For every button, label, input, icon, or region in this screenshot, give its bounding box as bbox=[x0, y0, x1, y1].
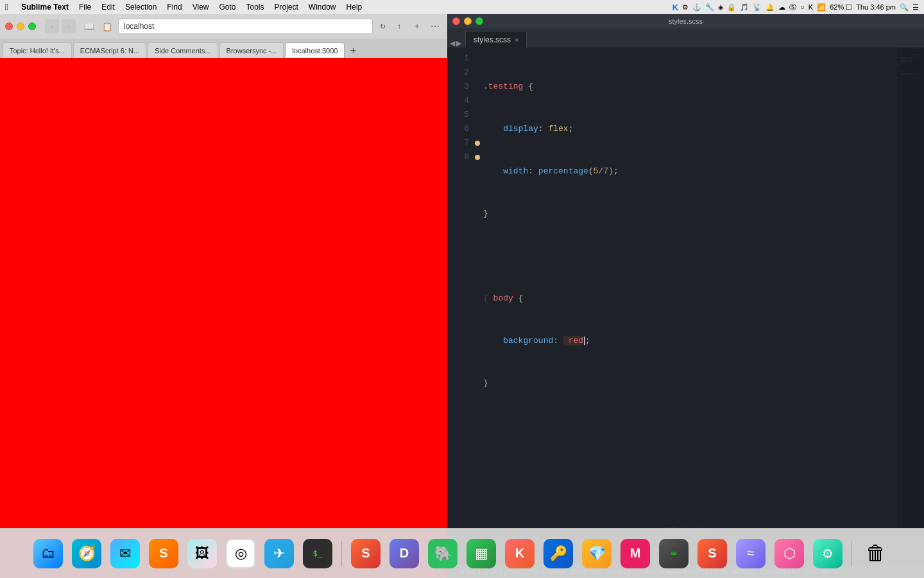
browser-tab-3[interactable]: Browsersync -... bbox=[219, 42, 284, 58]
dock-item-chrome[interactable]: ◎ bbox=[223, 536, 258, 571]
browser-tab-1[interactable]: ECMAScript 6: N... bbox=[73, 42, 146, 58]
maximize-button[interactable] bbox=[28, 22, 36, 30]
reload-button[interactable]: ↻ bbox=[377, 21, 388, 32]
battery: 62% ☐ bbox=[830, 3, 852, 12]
menu-edit[interactable]: Edit bbox=[101, 3, 115, 12]
klokki-icon: K bbox=[505, 539, 535, 568]
app-name[interactable]: Sublime Text bbox=[21, 3, 69, 12]
dock-item-sublime[interactable]: S bbox=[146, 536, 181, 571]
sublime-traffic-lights bbox=[452, 17, 483, 25]
sublime-minimize-button[interactable] bbox=[464, 17, 472, 25]
sublime-window-title: styles.scss bbox=[669, 17, 703, 25]
dock-item-trash[interactable]: 🗑 bbox=[859, 536, 893, 571]
menu-help[interactable]: Help bbox=[346, 3, 363, 12]
gutter-8 bbox=[474, 150, 481, 164]
dock-item-codekit[interactable]: ⚙ bbox=[810, 536, 845, 571]
tab-prev-icon[interactable]: ◀ bbox=[450, 39, 455, 48]
code-editor[interactable]: 1 2 3 4 5 6 7 8 .tes bbox=[447, 48, 924, 564]
reading-list-icon[interactable]: 📋 bbox=[100, 19, 114, 33]
apple-menu[interactable]:  bbox=[5, 2, 8, 12]
gutter-4 bbox=[474, 94, 481, 108]
dock-item-airmail[interactable]: ✉ bbox=[108, 536, 142, 571]
1password-icon: 🔑 bbox=[543, 539, 573, 568]
finder-icon: 🗂 bbox=[33, 539, 63, 568]
dock-item-telegram[interactable]: ✈ bbox=[262, 536, 296, 571]
sublime-tab-0[interactable]: styles.scss × bbox=[465, 31, 527, 48]
dock-item-sketch[interactable]: 💎 bbox=[579, 536, 614, 571]
dock-item-iterm[interactable]: ⌨ bbox=[656, 536, 691, 571]
code-content[interactable]: .testing { display: flex; width: percent… bbox=[481, 48, 897, 564]
new-tab-button[interactable]: + bbox=[346, 44, 360, 58]
dock-item-soulver[interactable]: ≈ bbox=[733, 536, 768, 571]
airmail-icon: ✉ bbox=[110, 539, 140, 568]
close-button[interactable] bbox=[5, 22, 13, 30]
line-num-8: 8 bbox=[464, 150, 469, 164]
menu-view[interactable]: View bbox=[193, 3, 209, 12]
tab-label-1: ECMAScript 6: N... bbox=[80, 47, 139, 55]
dock-item-evernote[interactable]: 🐘 bbox=[425, 536, 460, 571]
dock-separator-1 bbox=[341, 541, 342, 566]
evernote-icon: 🐘 bbox=[428, 539, 458, 568]
code-line-1: .testing { bbox=[483, 80, 897, 94]
share-button[interactable]: ↑ bbox=[392, 19, 406, 33]
dock: 🗂 🧭 ✉ S 🖼 ◎ ✈ $_ S D 🐘 ▦ K 🔑 💎 M bbox=[0, 528, 924, 578]
menubar:  Sublime Text File Edit Selection Find … bbox=[0, 0, 924, 14]
dock-item-marvel[interactable]: M bbox=[618, 536, 653, 571]
gutter-2 bbox=[474, 66, 481, 80]
menu-tools[interactable]: Tools bbox=[246, 3, 264, 12]
clock: Thu 3:46 pm bbox=[856, 3, 896, 11]
dock-item-dash[interactable]: D bbox=[387, 536, 422, 571]
dock-item-plasticity[interactable]: ⬡ bbox=[772, 536, 807, 571]
dock-item-1password[interactable]: 🔑 bbox=[541, 536, 576, 571]
dock-item-terminal[interactable]: $_ bbox=[300, 536, 335, 571]
line-numbers: 1 2 3 4 5 6 7 8 bbox=[447, 48, 474, 564]
soulver-icon: ≈ bbox=[736, 539, 766, 568]
icon-diamond: ◈ bbox=[718, 3, 723, 12]
forward-button[interactable]: › bbox=[62, 19, 76, 33]
safari-icon: 🧭 bbox=[72, 539, 101, 568]
code-line-5 bbox=[483, 249, 897, 263]
dock-item-finder[interactable]: 🗂 bbox=[31, 536, 65, 571]
browser-tab-2[interactable]: Side Comments... bbox=[148, 42, 218, 58]
minimize-button[interactable] bbox=[17, 22, 24, 30]
icon-music: 🎵 bbox=[740, 3, 749, 12]
menu-project[interactable]: Project bbox=[275, 3, 298, 12]
menu-selection[interactable]: Selection bbox=[125, 3, 157, 12]
bookmarks-icon[interactable]: 📖 bbox=[82, 19, 96, 33]
menu-window[interactable]: Window bbox=[309, 3, 336, 12]
gutter-3 bbox=[474, 80, 481, 94]
dock-item-numbers[interactable]: ▦ bbox=[464, 536, 499, 571]
tab-next-icon[interactable]: ▶ bbox=[456, 39, 461, 48]
dock-item-safari[interactable]: 🧭 bbox=[69, 536, 104, 571]
sublime-close-button[interactable] bbox=[452, 17, 460, 25]
code-line-4: } bbox=[483, 207, 897, 221]
dock-item-sublime-text[interactable]: S bbox=[348, 536, 383, 571]
icon-k: K bbox=[809, 3, 813, 11]
sublime-maximize-button[interactable] bbox=[475, 17, 483, 25]
menu-icon[interactable]: ☰ bbox=[912, 3, 919, 12]
more-button[interactable]: ⋯ bbox=[428, 19, 442, 33]
code-line-6: { body { bbox=[483, 292, 897, 306]
terminal-icon: $_ bbox=[303, 539, 332, 568]
search-icon[interactable]: 🔍 bbox=[900, 3, 909, 12]
icon-gear: ⚙ bbox=[682, 3, 689, 12]
code-line-3: width: percentage(5/7); bbox=[483, 164, 897, 179]
extensions-button[interactable]: + bbox=[410, 19, 424, 33]
tab-navigation: ◀ ▶ bbox=[450, 39, 461, 48]
dock-item-preview[interactable]: 🖼 bbox=[185, 536, 219, 571]
dock-item-klokki[interactable]: K bbox=[502, 536, 537, 571]
main-layout: ‹ › 📖 📋 localhost ↻ ↑ + ⋯ Topic: Hello! … bbox=[0, 14, 924, 578]
code-line-2: display: flex; bbox=[483, 122, 897, 136]
tab-label-4: localhost:3000 bbox=[292, 47, 338, 55]
menu-file[interactable]: File bbox=[79, 3, 91, 12]
browser-tab-0[interactable]: Topic: Hello! It's... bbox=[3, 42, 72, 58]
back-button[interactable]: ‹ bbox=[45, 19, 59, 33]
menu-find[interactable]: Find bbox=[167, 3, 182, 12]
dock-item-sublime2[interactable]: S bbox=[695, 536, 730, 571]
browser-tab-4[interactable]: localhost:3000 bbox=[285, 42, 345, 58]
sublime-tab-close[interactable]: × bbox=[515, 36, 518, 44]
tab-label-0: Topic: Hello! It's... bbox=[10, 47, 65, 55]
menu-goto[interactable]: Goto bbox=[219, 3, 235, 12]
gutter-5 bbox=[474, 108, 481, 122]
address-bar[interactable]: localhost bbox=[118, 19, 373, 34]
